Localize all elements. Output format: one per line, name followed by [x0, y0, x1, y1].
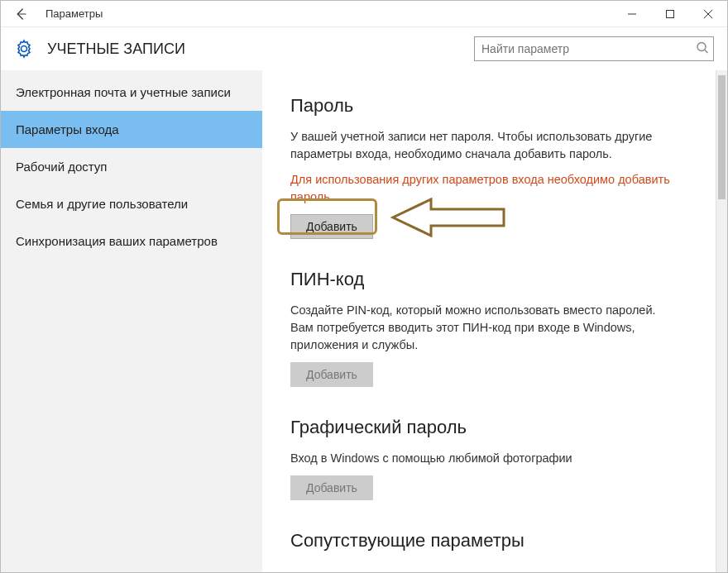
sidebar-item-label: Электронная почта и учетные записи	[16, 85, 231, 99]
svg-rect-2	[667, 10, 674, 17]
body: Электронная почта и учетные записи Парам…	[1, 70, 727, 573]
minimize-button[interactable]	[613, 1, 651, 27]
sidebar-item-label: Семья и другие пользователи	[16, 197, 188, 211]
section-pin: ПИН-код Создайте PIN-код, который можно …	[290, 269, 707, 387]
arrow-left-icon	[13, 7, 28, 21]
warning-password: Для использования других параметров вход…	[290, 171, 687, 206]
desc-pin: Создайте PIN-код, который можно использо…	[290, 302, 679, 354]
svg-line-6	[705, 50, 708, 54]
subheader: УЧЕТНЫЕ ЗАПИСИ	[1, 27, 727, 70]
heading-pin: ПИН-код	[290, 269, 707, 290]
close-icon	[703, 9, 713, 19]
section-password: Пароль У вашей учетной записи нет пароля…	[290, 95, 707, 239]
scrollbar[interactable]	[716, 70, 727, 573]
maximize-button[interactable]	[651, 1, 689, 27]
search-input[interactable]	[474, 36, 714, 61]
section-picture-password: Графический пароль Вход в Windows с помо…	[290, 417, 707, 500]
desc-picture-password: Вход в Windows с помощью любимой фотогра…	[290, 450, 679, 467]
back-button[interactable]	[1, 1, 41, 27]
heading-password: Пароль	[290, 95, 707, 117]
search-wrap	[474, 36, 714, 61]
sidebar-item-label: Рабочий доступ	[16, 160, 107, 174]
search-icon	[696, 41, 709, 57]
page-title: УЧЕТНЫЕ ЗАПИСИ	[47, 41, 185, 58]
heading-related: Сопутствующие параметры	[290, 530, 707, 552]
window-title: Параметры	[41, 7, 103, 20]
svg-point-5	[697, 43, 706, 51]
sidebar: Электронная почта и учетные записи Парам…	[1, 70, 262, 573]
desc-password: У вашей учетной записи нет пароля. Чтобы…	[290, 128, 679, 163]
add-password-button[interactable]: Добавить	[290, 214, 373, 239]
sidebar-item-signin-options[interactable]: Параметры входа	[1, 111, 262, 148]
sidebar-item-label: Синхронизация ваших параметров	[16, 234, 218, 248]
titlebar: Параметры	[1, 1, 727, 27]
minimize-icon	[627, 9, 637, 19]
close-button[interactable]	[689, 1, 727, 27]
add-picture-password-button: Добавить	[290, 475, 373, 500]
section-related: Сопутствующие параметры	[290, 530, 707, 553]
content: Пароль У вашей учетной записи нет пароля…	[262, 70, 727, 573]
heading-picture-password: Графический пароль	[290, 417, 707, 438]
sidebar-item-family[interactable]: Семья и другие пользователи	[1, 185, 262, 222]
window-controls	[613, 1, 727, 27]
scrollbar-thumb[interactable]	[718, 75, 726, 199]
add-pin-button: Добавить	[290, 362, 373, 387]
sidebar-item-work-access[interactable]: Рабочий доступ	[1, 148, 262, 185]
maximize-icon	[665, 9, 675, 19]
sidebar-item-email[interactable]: Электронная почта и учетные записи	[1, 74, 262, 111]
sidebar-item-sync[interactable]: Синхронизация ваших параметров	[1, 222, 262, 260]
sidebar-item-label: Параметры входа	[16, 122, 119, 136]
gear-icon	[14, 39, 34, 59]
